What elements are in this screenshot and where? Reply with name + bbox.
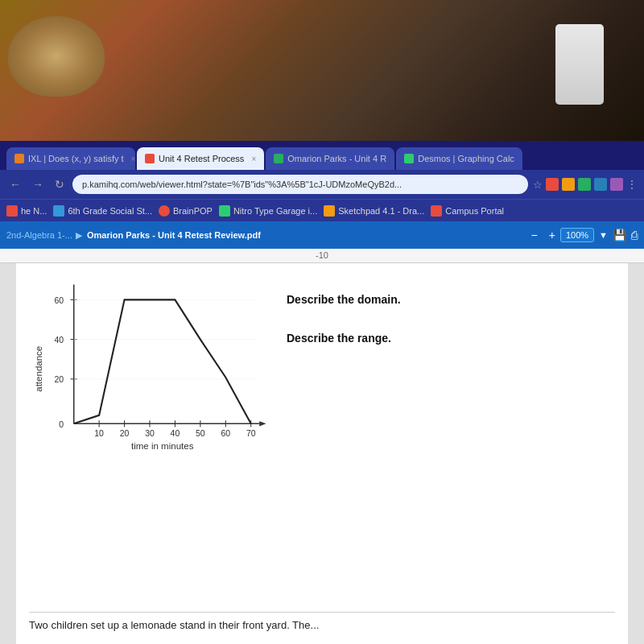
browser-chrome: IXL | Does (x, y) satisfy t × Unit 4 Ret…: [0, 141, 644, 249]
tab-ixl[interactable]: IXL | Does (x, y) satisfy t ×: [6, 147, 135, 170]
breadcrumb-start[interactable]: 2nd-Algebra 1-...: [6, 230, 72, 240]
forward-button[interactable]: →: [29, 176, 47, 192]
bookmark-campus[interactable]: Campus Portal: [431, 205, 504, 217]
pdf-title: Omarion Parks - Unit 4 Retest Review.pdf: [87, 230, 261, 240]
y-axis-label: attendance: [34, 345, 43, 391]
bookmark-nitrotype-label: Nitro Type Garage i...: [233, 206, 317, 216]
address-icons: ☆ ⋮: [533, 178, 638, 191]
bookmark-nitrotype-icon: [219, 205, 230, 217]
tab-omarion-label: Omarion Parks - Unit 4 R: [287, 154, 386, 163]
bookmark-star-icon[interactable]: ☆: [533, 179, 543, 191]
bookmarks-bar: he N... 6th Grade Social St... BrainPOP …: [0, 199, 644, 221]
content-page: attendance 60 40: [16, 263, 628, 645]
url-input[interactable]: [72, 175, 528, 194]
bookmark-6thgrade-icon: [53, 205, 64, 217]
bookmark-n-label: he N...: [21, 206, 47, 216]
page-ruler: -10: [0, 249, 644, 263]
tab-desmos[interactable]: Desmos | Graphing Calc: [396, 147, 522, 170]
address-bar: ← → ↻ ☆ ⋮: [0, 170, 644, 199]
bookmark-brainpop[interactable]: BrainPOP: [159, 205, 213, 217]
svg-text:40: 40: [54, 335, 64, 344]
describe-range-label: Describe the range.: [287, 332, 391, 345]
refresh-button[interactable]: ↻: [52, 176, 68, 192]
zoom-value[interactable]: 100%: [560, 228, 594, 242]
svg-text:20: 20: [54, 375, 64, 384]
bookmark-sketchpad-label: Sketchpad 4.1 - Dra...: [338, 206, 424, 216]
tab-omarion[interactable]: Omarion Parks - Unit 4 R ×: [266, 147, 394, 170]
extension-icon-3[interactable]: [578, 178, 591, 191]
svg-text:40: 40: [171, 429, 180, 438]
ixl-favicon: [14, 154, 24, 163]
extension-icon-2[interactable]: [562, 178, 575, 191]
bookmark-brainpop-icon: [159, 205, 170, 217]
describe-domain-label: Describe the domain.: [287, 293, 401, 306]
svg-marker-2: [259, 421, 266, 426]
back-button[interactable]: ←: [6, 176, 24, 192]
extension-icon-1[interactable]: [546, 178, 559, 191]
bookmark-6thgrade-label: 6th Grade Social St...: [68, 206, 152, 216]
tab-ixl-label: IXL | Does (x, y) satisfy t: [28, 154, 124, 163]
save-icon[interactable]: 💾: [613, 229, 626, 242]
tab-unit4-close[interactable]: ×: [251, 155, 256, 163]
svg-text:20: 20: [120, 429, 130, 438]
zoom-minus-button[interactable]: −: [525, 227, 544, 243]
bottom-text: Two children set up a lemonade stand in …: [29, 619, 319, 631]
svg-text:70: 70: [246, 429, 256, 438]
bookmark-sketchpad-icon: [324, 205, 335, 217]
tab-bar: IXL | Does (x, y) satisfy t × Unit 4 Ret…: [0, 141, 644, 170]
svg-text:0: 0: [59, 419, 64, 428]
bookmark-n[interactable]: he N...: [6, 205, 47, 217]
bookmark-campus-icon: [431, 205, 442, 217]
extension-icon-5[interactable]: [610, 178, 623, 191]
svg-text:30: 30: [145, 429, 155, 438]
breadcrumb-arrow-icon: ▶: [76, 230, 82, 241]
graph-container: attendance 60 40: [29, 276, 270, 453]
zoom-plus-button[interactable]: +: [549, 229, 555, 242]
svg-text:time in minutes: time in minutes: [131, 440, 194, 450]
svg-text:60: 60: [54, 295, 64, 304]
bookmark-nitrotype[interactable]: Nitro Type Garage i...: [219, 205, 317, 217]
photo-background: [0, 0, 644, 141]
pdf-toolbar: 2nd-Algebra 1-... ▶ Omarion Parks - Unit…: [0, 221, 644, 249]
describe-range-container: Describe the range.: [287, 331, 615, 345]
more-options-icon[interactable]: ⋮: [626, 178, 638, 191]
share-icon[interactable]: ⎙: [631, 229, 638, 242]
bookmark-campus-label: Campus Portal: [445, 206, 504, 216]
pdf-breadcrumb: 2nd-Algebra 1-... ▶: [6, 230, 82, 241]
bookmark-sketchpad[interactable]: Sketchpad 4.1 - Dra...: [324, 205, 424, 217]
bookmark-6thgrade[interactable]: 6th Grade Social St...: [53, 205, 152, 217]
tab-omarion-close[interactable]: ×: [394, 155, 394, 163]
ruler-value: -10: [316, 250, 328, 260]
desmos-favicon: [404, 154, 414, 163]
graph-section: attendance 60 40: [29, 276, 615, 603]
tab-unit4-label: Unit 4 Retest Process: [159, 154, 244, 163]
main-content: -10 attendance: [0, 249, 644, 644]
extension-icon-4[interactable]: [594, 178, 607, 191]
svg-text:50: 50: [196, 429, 205, 438]
graph-svg: attendance 60 40: [29, 276, 270, 453]
bottom-text-section: Two children set up a lemonade stand in …: [29, 612, 615, 631]
bookmark-n-icon: [6, 205, 18, 217]
describe-domain-container: Describe the domain.: [287, 292, 615, 307]
svg-text:60: 60: [221, 429, 230, 438]
graph-descriptions: Describe the domain. Describe the range.: [287, 276, 615, 345]
zoom-dropdown-icon[interactable]: ▼: [599, 230, 608, 240]
pdf-controls: − + 100% ▼ 💾 ⎙: [525, 227, 638, 243]
bookmark-brainpop-label: BrainPOP: [173, 206, 213, 216]
unit4-favicon: [145, 154, 155, 163]
svg-text:10: 10: [94, 429, 104, 438]
tab-ixl-close[interactable]: ×: [131, 155, 135, 163]
omarion-favicon: [274, 154, 283, 163]
tab-desmos-label: Desmos | Graphing Calc: [418, 154, 514, 163]
tab-unit4[interactable]: Unit 4 Retest Process ×: [137, 147, 264, 170]
